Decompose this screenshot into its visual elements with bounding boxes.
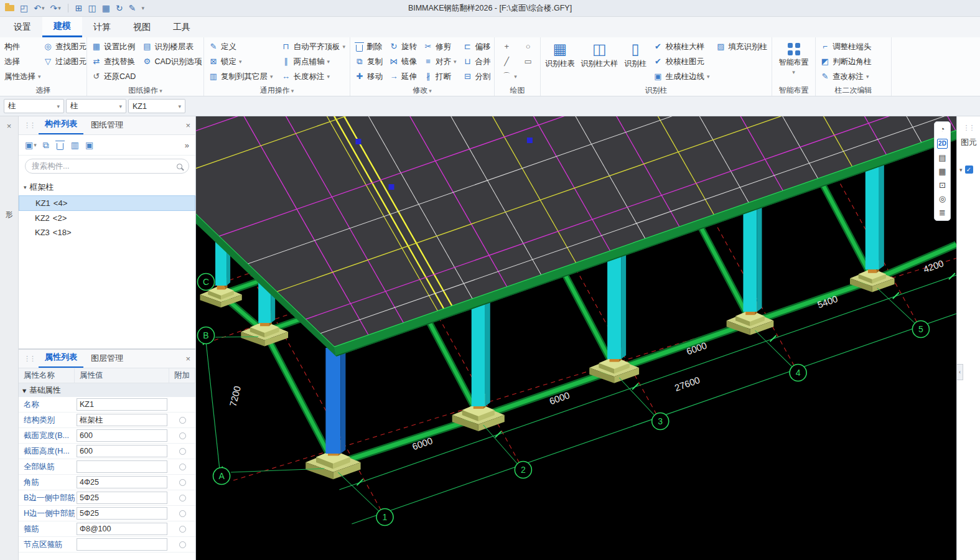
check-column-detail-button[interactable]: ✔校核柱大样 <box>651 39 711 54</box>
drag-handle-icon[interactable]: ⋮⋮ <box>24 355 35 363</box>
append-toggle[interactable] <box>179 526 186 533</box>
collapse-panel-button[interactable]: ‹ <box>956 364 963 380</box>
edit-annotation-button[interactable]: ✎查改标注▾ <box>818 69 874 84</box>
locate-icon[interactable]: ◎ <box>939 195 946 203</box>
tab-tools[interactable]: 工具 <box>162 17 202 37</box>
append-toggle[interactable] <box>179 464 186 470</box>
recognize-column-detail-button[interactable]: ◫识别柱大样 <box>579 39 620 69</box>
selection-node[interactable] <box>389 184 394 190</box>
align-button[interactable]: ≡对齐▾ <box>421 54 459 69</box>
restore-cad-button[interactable]: ↺还原CAD <box>90 69 138 84</box>
append-toggle[interactable] <box>179 417 186 424</box>
orbit-view-icon[interactable]: ◔ <box>940 125 945 134</box>
tree-item-kz3[interactable]: KZ3 <18> <box>19 225 195 240</box>
filter-element-button[interactable]: ▽过滤图元 <box>41 54 88 69</box>
close-strip-button[interactable]: × <box>0 121 18 131</box>
copy-to-floor-button[interactable]: ▥ <box>71 140 79 150</box>
two-point-aux-axis-button[interactable]: ∥两点辅轴▾ <box>279 54 347 69</box>
view-list-icon[interactable]: ▤ <box>938 154 946 162</box>
value-field[interactable]: Φ8@100 <box>77 523 167 535</box>
more-tools-button[interactable]: » <box>185 141 189 150</box>
merge-button[interactable]: ⊔合并 <box>461 54 493 69</box>
adjust-column-end-button[interactable]: ⌐调整柱端头 <box>818 39 874 54</box>
section-collapse-icon[interactable]: ▾ <box>22 386 26 395</box>
type-select[interactable]: 柱▾ <box>66 99 126 113</box>
tab-modeling[interactable]: 建模 <box>42 17 82 37</box>
draw-circle-button[interactable]: ○ <box>521 39 535 54</box>
tab-component-list[interactable]: 构件列表 <box>39 115 83 134</box>
collapsed-panel-tab[interactable]: 形 <box>0 210 18 220</box>
extend-button[interactable]: →延伸 <box>387 69 419 84</box>
set-scale-button[interactable]: ▦设置比例 <box>90 39 138 54</box>
property-select-button[interactable]: 属性选择▾ <box>2 69 39 84</box>
judge-corner-column-button[interactable]: ◩判断边角柱 <box>818 54 874 69</box>
tree-item-kz1[interactable]: KZ1 <4> <box>19 195 195 211</box>
auto-align-top-slab-button[interactable]: ⊓自动平齐顶板▾ <box>279 39 347 54</box>
select-button[interactable]: 选择 <box>2 54 39 69</box>
value-field[interactable]: 框架柱 <box>77 414 167 426</box>
trim-button[interactable]: ✂修剪 <box>421 39 459 54</box>
new-component-button[interactable]: ▣▾ <box>25 140 37 150</box>
tab-view[interactable]: 视图 <box>122 17 162 37</box>
tab-layer-management[interactable]: 图层管理 <box>85 350 129 368</box>
value-field[interactable] <box>77 538 167 551</box>
cad-recognize-options-button[interactable]: ⚙CAD识别选项 <box>140 54 203 69</box>
tree-group-frame-column[interactable]: ▾ 框架柱 <box>19 179 195 195</box>
2d-view-icon[interactable]: 2D <box>937 139 948 149</box>
component-name-select[interactable]: KZ1▾ <box>128 99 185 113</box>
value-field[interactable]: KZ1 <box>77 398 167 411</box>
append-toggle[interactable] <box>179 432 186 439</box>
model-viewport[interactable]: 6000 6000 6000 5400 4200 27600 7200 A B … <box>196 116 956 560</box>
selection-node[interactable] <box>527 138 533 143</box>
section-basic-properties[interactable]: ▾ 基础属性 <box>19 383 195 397</box>
draw-line-button[interactable]: ╱ <box>500 54 519 69</box>
value-field[interactable]: 600 <box>77 429 167 442</box>
3d-scene[interactable]: 6000 6000 6000 5400 4200 27600 7200 A B … <box>196 116 956 560</box>
append-toggle[interactable] <box>179 510 186 517</box>
column-a1-selected[interactable] <box>325 344 345 454</box>
category-select[interactable]: 柱▾ <box>4 99 64 113</box>
value-field[interactable]: 600 <box>77 445 167 457</box>
check-column-element-button[interactable]: ✔校核柱图元 <box>651 54 711 69</box>
column-a3[interactable] <box>607 246 626 359</box>
smart-layout-button[interactable]: 智能布置▾ <box>776 39 812 75</box>
tab-property-list[interactable]: 属性列表 <box>39 348 83 368</box>
recognize-column-button[interactable]: ▯识别柱 <box>622 39 649 69</box>
group-label-common-ops[interactable]: 通用操作▾ <box>207 85 347 96</box>
visibility-checkbox[interactable]: ✓ <box>965 166 973 174</box>
find-element-button[interactable]: ◎查找图元 <box>41 39 88 54</box>
tree-collapse-icon[interactable]: ▾ <box>24 184 27 190</box>
display-settings-icon[interactable]: ▦ <box>938 167 946 176</box>
selection-node[interactable] <box>355 139 361 144</box>
column-a5[interactable] <box>866 156 884 269</box>
append-toggle[interactable] <box>179 479 186 486</box>
component-button[interactable]: 构件 <box>2 39 39 54</box>
recognize-floor-table-button[interactable]: ▤识别楼层表 <box>140 39 203 54</box>
tab-calculate[interactable]: 计算 <box>82 17 122 37</box>
draw-point-button[interactable]: + <box>500 39 519 54</box>
rotate-button[interactable]: ↻旋转 <box>387 39 419 54</box>
group-label-sheet-ops[interactable]: 图纸操作▾ <box>90 85 201 96</box>
break-button[interactable]: ∦打断 <box>421 69 459 84</box>
mirror-button[interactable]: ⋈镜像 <box>387 54 419 69</box>
drag-handle-icon[interactable]: ⋮⋮ <box>24 121 35 129</box>
move-button[interactable]: ✚移动 <box>353 69 385 84</box>
value-field[interactable]: 5Φ25 <box>77 507 167 520</box>
copy-to-other-floors-button[interactable]: ▥复制到其它层▾ <box>207 69 276 84</box>
copy-component-button[interactable]: ⧉ <box>43 140 49 151</box>
close-icon[interactable]: × <box>185 354 190 363</box>
tree-item-kz2[interactable]: KZ2 <2> <box>19 211 195 225</box>
tab-settings[interactable]: 设置 <box>2 17 42 37</box>
save-component-button[interactable]: ▣ <box>85 140 93 150</box>
chevron-down-icon[interactable]: ▾ <box>959 167 963 173</box>
length-dimension-button[interactable]: ↔长度标注▾ <box>279 69 347 84</box>
value-field[interactable]: 4Φ25 <box>77 476 167 488</box>
append-toggle[interactable] <box>179 495 186 502</box>
offset-button[interactable]: ⊏偏移 <box>461 39 493 54</box>
split-button[interactable]: ⊟分割 <box>461 69 493 84</box>
tab-drawing-management[interactable]: 图纸管理 <box>85 116 129 134</box>
define-button[interactable]: ✎定义 <box>207 39 276 54</box>
find-replace-button[interactable]: ⇄查找替换 <box>90 54 138 69</box>
close-icon[interactable]: × <box>185 121 190 130</box>
delete-button[interactable]: 删除 <box>353 39 385 54</box>
